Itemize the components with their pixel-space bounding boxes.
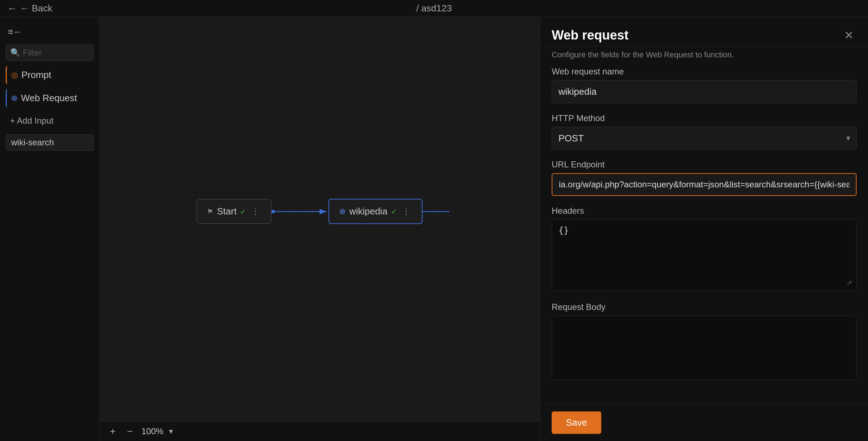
http-method-label: HTTP Method: [552, 113, 857, 123]
wikipedia-icon: ⊕: [339, 207, 346, 216]
output-connector-svg: [423, 204, 451, 219]
main-layout: ≡← 🔍 ◎ Prompt ⊕ Web Request + Add Input …: [0, 17, 868, 441]
output-connector: [423, 204, 451, 219]
zoom-in-button[interactable]: +: [107, 424, 118, 439]
panel-title: Web request: [552, 28, 628, 43]
save-button[interactable]: Save: [552, 411, 601, 434]
bottom-toolbar: + − 100% ▾: [100, 421, 540, 441]
connector: [271, 204, 328, 219]
flag-icon: ⚑: [207, 207, 213, 216]
wikipedia-menu-button[interactable]: ⋮: [400, 207, 412, 217]
back-arrow-icon: ←: [7, 3, 17, 14]
headers-label: Headers: [552, 206, 857, 216]
zoom-dropdown-button[interactable]: ▾: [169, 427, 173, 436]
wikipedia-node[interactable]: ⊕ wikipedia ✓ ⋮: [328, 199, 423, 224]
url-field-group: URL Endpoint: [552, 160, 857, 196]
sidebar-item-prompt[interactable]: ◎ Prompt: [6, 66, 94, 84]
start-node[interactable]: ⚑ Start ✓ ⋮: [196, 199, 271, 224]
filter-input[interactable]: [23, 48, 89, 58]
wiki-search-tag: wiki-search: [6, 134, 94, 151]
search-icon: 🔍: [10, 48, 20, 57]
request-body-label: Request Body: [552, 302, 857, 312]
name-input[interactable]: [552, 80, 857, 103]
request-body-field-group: Request Body: [552, 302, 857, 381]
start-node-label: Start: [217, 206, 236, 217]
panel-body: Web request name HTTP Method GET POST PU…: [540, 67, 868, 404]
expand-icon[interactable]: ↗: [846, 279, 852, 288]
web-icon: ⊕: [11, 94, 17, 103]
headers-field-group: Headers {} ↗: [552, 206, 857, 292]
name-field-label: Web request name: [552, 67, 857, 77]
headers-textarea[interactable]: {}: [552, 219, 857, 291]
collapse-icon: ≡←: [8, 26, 22, 37]
url-label: URL Endpoint: [552, 160, 857, 170]
http-method-select[interactable]: GET POST PUT DELETE PATCH: [552, 127, 857, 150]
panel-close-button[interactable]: ✕: [841, 27, 857, 43]
add-input-label: + Add Input: [10, 116, 53, 126]
back-button[interactable]: ← ← Back: [7, 3, 52, 14]
sidebar-item-label-web: Web Request: [21, 93, 77, 104]
start-menu-button[interactable]: ⋮: [250, 207, 261, 217]
http-method-field-group: HTTP Method GET POST PUT DELETE PATCH ▾: [552, 113, 857, 150]
connector-svg: [271, 204, 328, 219]
panel-subtitle: Configure the fields for the Web Request…: [540, 47, 868, 67]
back-label: ← Back: [20, 3, 52, 14]
panel-footer: Save: [540, 404, 868, 441]
svg-point-1: [271, 210, 275, 213]
header: ← ← Back / asd123: [0, 0, 868, 17]
start-check-icon: ✓: [240, 207, 246, 216]
wikipedia-node-label: wikipedia: [349, 206, 387, 217]
prompt-icon: ◎: [11, 71, 18, 80]
collapse-sidebar-button[interactable]: ≡←: [6, 24, 25, 40]
wikipedia-check-icon: ✓: [391, 207, 397, 216]
right-panel: Web request ✕ Configure the fields for t…: [540, 17, 868, 441]
page-title: / asd123: [416, 3, 452, 14]
http-method-select-wrap: GET POST PUT DELETE PATCH ▾: [552, 127, 857, 150]
url-input[interactable]: [552, 173, 857, 196]
canvas-nodes: ⚑ Start ✓ ⋮: [196, 199, 451, 224]
canvas[interactable]: ⚑ Start ✓ ⋮: [100, 17, 540, 421]
zoom-out-button[interactable]: −: [124, 424, 136, 439]
name-field-group: Web request name: [552, 67, 857, 103]
panel-header: Web request ✕: [540, 17, 868, 47]
sidebar: ≡← 🔍 ◎ Prompt ⊕ Web Request + Add Input …: [0, 17, 100, 441]
filter-wrap: 🔍: [6, 45, 94, 61]
zoom-level: 100%: [142, 426, 163, 436]
sidebar-item-label-prompt: Prompt: [21, 69, 51, 81]
request-body-textarea[interactable]: [552, 316, 857, 380]
sidebar-item-web-request[interactable]: ⊕ Web Request: [6, 89, 94, 107]
canvas-area: ⚑ Start ✓ ⋮: [100, 17, 540, 441]
add-input-button[interactable]: + Add Input: [6, 112, 94, 129]
headers-textarea-wrap: {} ↗: [552, 219, 857, 292]
